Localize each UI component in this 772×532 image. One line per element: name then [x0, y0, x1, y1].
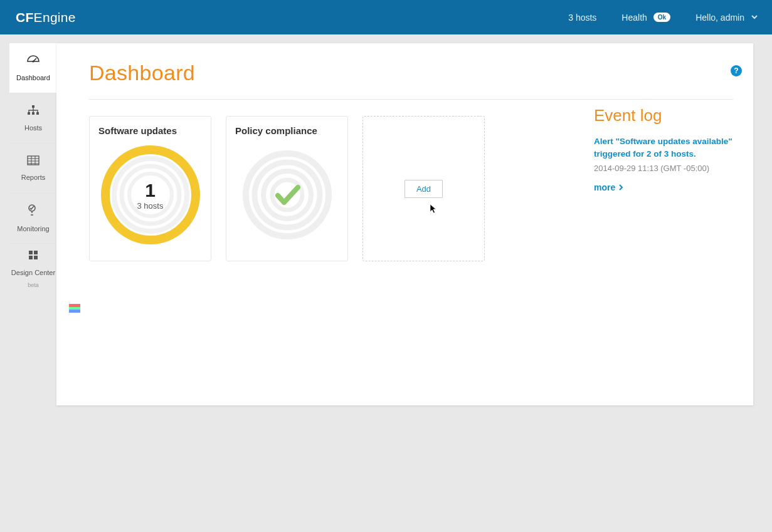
more-link[interactable]: more [594, 182, 623, 192]
alert-timestamp: 2014-09-29 11:13 (GMT -05:00) [594, 164, 738, 173]
help-icon[interactable]: ? [731, 65, 742, 76]
widget-software-updates[interactable]: Software updates 1 3 hosts [89, 116, 211, 261]
divider [89, 99, 733, 100]
check-wrap [235, 142, 339, 248]
nav-label: Monitoring [17, 225, 49, 233]
health-indicator[interactable]: Health Ok [621, 13, 670, 23]
widget-title: Software updates [98, 125, 202, 136]
svg-rect-7 [29, 251, 33, 254]
svg-rect-4 [36, 112, 39, 115]
nav-label: Dashboard [16, 74, 50, 82]
top-right: 3 hosts Health Ok Hello, admin [568, 13, 758, 23]
monitoring-icon [27, 204, 40, 220]
shell: Dashboard Hosts Reports Monitoring Desig… [0, 34, 772, 532]
donut-center: 1 3 hosts [100, 145, 201, 245]
compliance-rings [240, 148, 334, 242]
health-label: Health [621, 13, 647, 23]
design-center-icon [27, 249, 40, 264]
nav-hosts[interactable]: Hosts [9, 93, 57, 143]
svg-rect-10 [34, 256, 38, 259]
health-status-badge: Ok [653, 13, 670, 22]
svg-rect-8 [34, 251, 38, 254]
svg-rect-3 [32, 112, 34, 115]
side-nav: Dashboard Hosts Reports Monitoring Desig… [9, 43, 57, 294]
chevron-down-icon [751, 13, 758, 23]
beta-label: beta [28, 282, 39, 288]
nav-label: Reports [21, 174, 46, 182]
dashboard-icon [26, 55, 40, 69]
reports-icon [27, 155, 40, 169]
alert-link[interactable]: Alert "Software updates available" trigg… [594, 135, 738, 160]
nav-label: Hosts [24, 124, 42, 132]
user-menu[interactable]: Hello, admin [695, 13, 758, 23]
content-card: Dashboard ? Software updates 1 [56, 43, 753, 405]
cursor-icon [430, 204, 438, 214]
event-log-title: Event log [594, 106, 738, 125]
more-label: more [594, 182, 615, 192]
svg-rect-2 [28, 112, 30, 115]
decorative-stripe-icon [69, 304, 80, 313]
logo-rest: Engine [34, 10, 76, 24]
top-bar: CFEngine 3 hosts Health Ok Hello, admin [0, 0, 772, 34]
logo-bold: CF [16, 10, 34, 24]
hosts-count-link[interactable]: 3 hosts [568, 13, 596, 23]
nav-dashboard[interactable]: Dashboard [9, 43, 57, 93]
donut-wrap: 1 3 hosts [98, 142, 202, 248]
add-button[interactable]: Add [405, 180, 443, 198]
check-icon [278, 187, 298, 202]
nav-reports[interactable]: Reports [9, 143, 57, 194]
event-log: Event log Alert "Software updates availa… [594, 106, 738, 193]
donut-chart: 1 3 hosts [100, 145, 201, 245]
svg-rect-1 [32, 105, 34, 108]
logo: CFEngine [16, 10, 76, 25]
hosts-icon [26, 105, 40, 119]
add-widget-card[interactable]: Add [362, 116, 485, 261]
nav-design-center[interactable]: Design Center beta [9, 244, 57, 294]
user-greeting: Hello, admin [695, 13, 744, 23]
hosts-count-label: 3 hosts [568, 13, 596, 23]
donut-sub: 3 hosts [137, 201, 164, 211]
svg-rect-9 [29, 256, 33, 259]
widget-policy-compliance[interactable]: Policy compliance [226, 116, 348, 261]
svg-point-15 [246, 154, 329, 236]
chevron-right-icon [619, 184, 623, 190]
donut-number: 1 [145, 180, 156, 201]
widget-title: Policy compliance [235, 125, 339, 136]
nav-label: Design Center [11, 269, 55, 277]
page-title: Dashboard [89, 61, 733, 85]
svg-point-0 [32, 60, 34, 62]
nav-monitoring[interactable]: Monitoring [9, 194, 57, 244]
